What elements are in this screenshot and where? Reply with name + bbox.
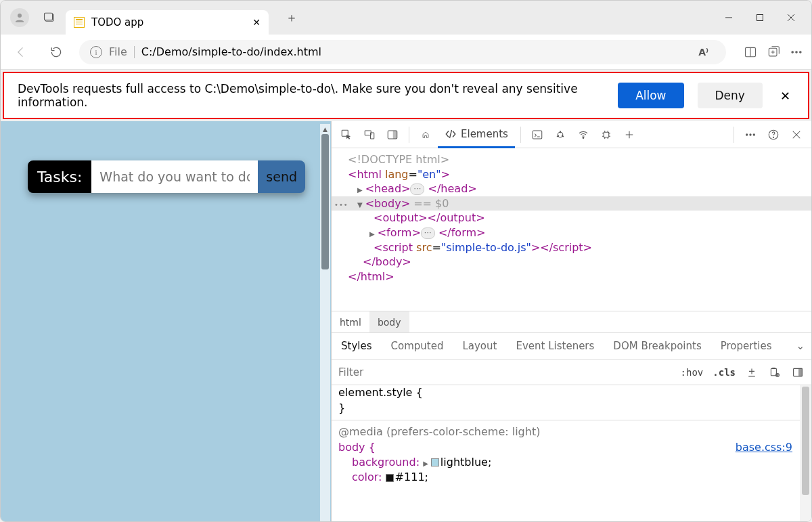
back-button[interactable] [9,40,33,64]
address-bar[interactable]: i File C:/Demo/simple-to-do/index.html A… [79,40,726,64]
inspect-element-icon[interactable] [336,124,357,146]
svg-point-30 [750,133,751,135]
devtools-panel: Elements <!DOCTYPE html> <html lang="en"… [331,121,811,522]
computed-styles-icon[interactable] [768,366,782,379]
scroll-down-icon[interactable]: ▼ [320,518,330,522]
styles-tab[interactable]: Styles [332,333,382,359]
selector-body[interactable]: body { [338,441,376,454]
tab-close-icon[interactable]: ✕ [252,17,261,28]
permission-infobar: DevTools requests full access to C:\Demo… [3,72,809,119]
todo-form: Tasks: send [28,160,305,193]
computed-tab[interactable]: Computed [382,333,453,359]
layout-tab[interactable]: Layout [453,333,506,359]
dom-output[interactable]: <output></output> [332,211,811,225]
device-emulation-icon[interactable] [359,124,380,146]
performance-tab-icon[interactable] [595,124,617,146]
deny-button[interactable]: Deny [698,83,763,108]
welcome-tab-icon[interactable] [415,121,436,148]
rendered-page: Tasks: send ▲ ▼ [1,121,331,522]
site-info-icon[interactable]: i [90,46,102,58]
styles-tabs-more-icon[interactable]: ⌄ [796,340,805,352]
prop-background[interactable]: background: lightblue; [332,455,811,470]
tab-title: TODO app [91,16,246,28]
dom-breadcrumb: html body [332,311,811,332]
read-aloud-icon[interactable]: A⁾ [698,47,708,58]
dom-head[interactable]: <head>⋯ </head> [332,181,811,196]
page-scrollbar[interactable]: ▲ ▼ [320,124,330,522]
svg-point-33 [773,137,773,137]
dom-breakpoints-tab[interactable]: DOM Breakpoints [604,333,710,359]
scroll-thumb[interactable] [321,134,329,269]
send-button[interactable]: send [258,160,305,193]
window-minimize-button[interactable] [714,7,744,28]
reload-button[interactable] [44,40,68,64]
styles-scroll-thumb[interactable] [802,387,809,495]
url-path: C:/Demo/simple-to-do/index.html [141,45,321,58]
svg-rect-19 [393,131,397,139]
dom-html-close[interactable]: </html> [332,269,811,284]
elements-tab[interactable]: Elements [438,121,515,148]
crumb-body[interactable]: body [369,311,409,332]
element-style-close[interactable]: } [332,401,811,416]
svg-point-0 [18,14,22,18]
dom-body-close[interactable]: </body> [332,255,811,269]
styles-filter-row: :hov .cls [332,360,811,385]
svg-point-14 [800,51,802,53]
hov-toggle[interactable]: :hov [681,367,704,378]
styles-filter-input[interactable] [338,366,671,378]
svg-rect-44 [799,368,803,376]
toggle-sidebar-icon[interactable] [791,366,805,379]
dom-tree[interactable]: <!DOCTYPE html> <html lang="en"> <head>⋯… [332,148,811,311]
help-icon[interactable] [763,124,784,146]
svg-point-12 [792,51,794,53]
crumb-html[interactable]: html [332,311,369,332]
todo-input[interactable] [91,160,258,193]
scroll-up-icon[interactable]: ▲ [320,124,330,134]
styles-scrollbar[interactable] [800,385,811,522]
element-style-open[interactable]: element.style { [332,385,811,400]
dom-html-open[interactable]: <html lang="en"> [332,167,811,182]
split-screen-icon[interactable] [744,45,757,59]
browser-tab[interactable]: TODO app ✕ [66,10,269,35]
window-maximize-button[interactable] [745,7,775,28]
properties-tab[interactable]: Properties [711,333,782,359]
rule-source-link[interactable]: base.css:9 [736,440,792,455]
svg-rect-26 [604,132,609,137]
allow-button[interactable]: Allow [618,83,683,108]
console-tab-icon[interactable] [526,124,548,146]
dom-script[interactable]: <script src="simple-to-do.js"></script> [332,240,811,255]
more-tabs-icon[interactable] [618,124,640,146]
svg-rect-2 [45,13,53,20]
address-bar-row: i File C:/Demo/simple-to-do/index.html A… [1,35,811,70]
cls-toggle[interactable]: .cls [713,367,736,378]
svg-rect-16 [365,131,371,135]
svg-rect-4 [757,15,763,21]
svg-point-29 [746,133,748,135]
media-query[interactable]: @media (prefers-color-scheme: light) [332,425,811,439]
window-close-button[interactable] [776,7,806,28]
collections-icon[interactable] [767,45,780,59]
prop-color[interactable]: color: #111; [332,470,811,485]
dom-body-open[interactable]: <body> == $0 [332,196,811,211]
elements-tab-label: Elements [461,128,508,140]
settings-menu-icon[interactable] [790,45,803,59]
infobar-close-icon[interactable]: ✕ [776,89,794,103]
network-tab-icon[interactable] [572,124,594,146]
sources-tab-icon[interactable] [549,124,571,146]
styles-tabs: Styles Computed Layout Event Listeners D… [332,332,811,360]
styles-rules[interactable]: element.style { } @media (prefers-color-… [332,385,811,522]
dom-doctype[interactable]: <!DOCTYPE html> [348,153,449,166]
svg-point-31 [753,133,754,135]
new-tab-button[interactable]: ＋ [282,8,301,27]
profile-avatar[interactable] [10,8,29,27]
svg-rect-20 [533,131,542,139]
tab-actions-icon[interactable] [40,8,59,27]
devtools-menu-icon[interactable] [740,124,761,146]
dom-form[interactable]: <form>⋯ </form> [332,225,811,240]
devtools-close-icon[interactable] [786,124,807,146]
url-separator [134,46,135,58]
dock-side-icon[interactable] [382,124,403,146]
event-listeners-tab[interactable]: Event Listeners [506,333,604,359]
new-style-rule-icon[interactable] [745,366,759,379]
devtools-toolbar: Elements [332,121,811,148]
